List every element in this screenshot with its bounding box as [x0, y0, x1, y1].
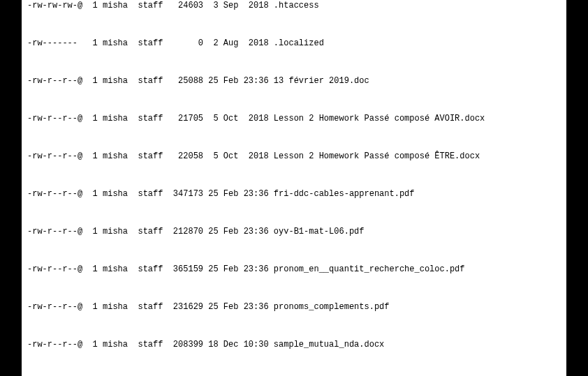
terminal-window: Downloads — -bash — 90×19 drwxr-xr-x@ 26… — [22, 0, 566, 376]
ls-line: -rw-r--r--@ 1 misha staff 22058 5 Oct 20… — [27, 150, 561, 163]
ls-line: -rw-r--r--@ 1 misha staff 21705 5 Oct 20… — [27, 112, 561, 125]
ls-line: -rw-r--r--@ 1 misha staff 347173 25 Feb … — [27, 188, 561, 200]
ls-line: -rw-r--r--@ 1 misha staff 25088 25 Feb 2… — [27, 75, 561, 87]
ls-line: -rw-rw-rw-@ 1 misha staff 24603 3 Sep 20… — [27, 0, 561, 12]
terminal-body[interactable]: drwxr-xr-x@ 26 misha staff 832 4 May 15:… — [22, 0, 566, 376]
ls-line: -rw-r--r--@ 1 misha staff 365159 25 Feb … — [27, 263, 561, 276]
ls-line: -rw-r--r--@ 1 misha staff 212870 25 Feb … — [27, 225, 561, 238]
ls-line: -rw------- 1 misha staff 0 2 Aug 2018 .l… — [27, 37, 561, 50]
ls-line: -rw-r--r--@ 1 misha staff 208399 18 Dec … — [27, 338, 561, 351]
ls-line: -rw-r--r--@ 1 misha staff 231629 25 Feb … — [27, 301, 561, 313]
